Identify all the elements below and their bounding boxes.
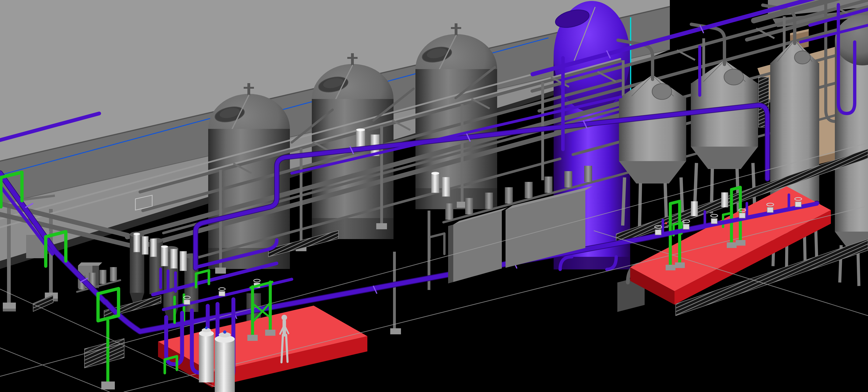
plant-model-canvas[interactable] xyxy=(0,0,868,392)
filter-vessel-1[interactable] xyxy=(199,326,214,383)
support-footing xyxy=(101,382,115,389)
filter-vessel-2[interactable] xyxy=(215,330,235,392)
3d-viewport[interactable] xyxy=(0,0,868,392)
